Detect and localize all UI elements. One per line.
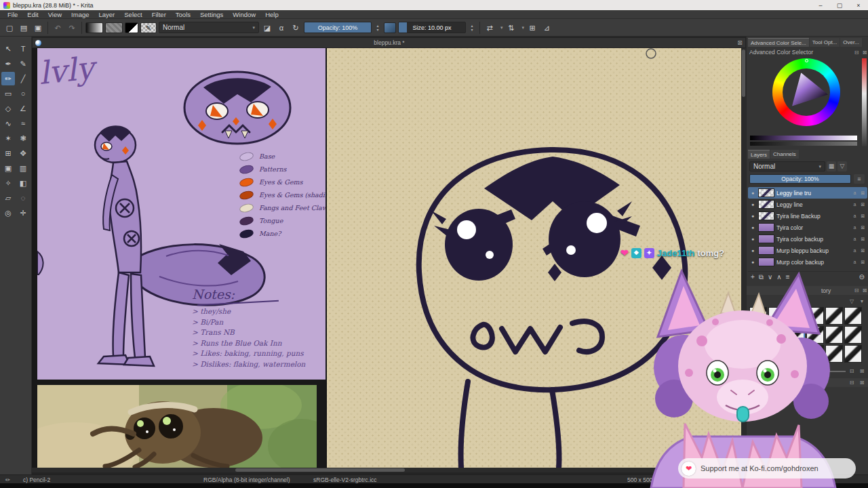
layer-row[interactable]: ● Tyira color a ⊠ xyxy=(748,222,867,233)
float-docker-icon[interactable]: ⊟ xyxy=(852,49,861,56)
inherit-alpha-icon[interactable]: ⊠ xyxy=(860,260,866,265)
brush-preset[interactable] xyxy=(844,307,862,325)
float-docker-icon[interactable]: ⊟ xyxy=(852,287,861,293)
opacity-spinner[interactable]: ▴▾ xyxy=(374,22,382,33)
menu-image[interactable]: Image xyxy=(66,11,94,18)
pan-tool[interactable]: ✛ xyxy=(16,206,30,220)
minimize-button[interactable]: – xyxy=(811,2,830,9)
freehand-brush-tool[interactable]: ✏ xyxy=(1,72,15,85)
close-docker-icon[interactable]: ⊠ xyxy=(858,380,866,386)
move-tool[interactable]: ✥ xyxy=(16,146,30,160)
preset-filter-icon[interactable]: ▽ xyxy=(848,298,856,304)
inherit-alpha-icon[interactable]: ⊠ xyxy=(860,237,866,242)
bezier-curve-tool[interactable]: ∿ xyxy=(1,117,15,130)
menu-file[interactable]: File xyxy=(3,11,22,18)
layer-filter-icon[interactable]: ▽ xyxy=(837,161,847,171)
preserve-alpha-button[interactable]: α xyxy=(275,22,288,34)
visibility-eye-icon[interactable]: ● xyxy=(749,214,756,218)
float-docker-icon[interactable]: ⊟ xyxy=(848,368,856,374)
maximize-button[interactable]: ▢ xyxy=(830,2,849,9)
alpha-lock-icon[interactable]: a xyxy=(852,202,858,207)
dynamic-brush-tool[interactable]: ✶ xyxy=(1,131,15,145)
gradient-tool[interactable]: ▥ xyxy=(16,161,30,175)
float-docker-icon[interactable]: ⊟ xyxy=(848,380,856,386)
tab-overview[interactable]: Over... xyxy=(840,38,862,47)
pattern-chooser[interactable] xyxy=(105,22,123,33)
size-spinner[interactable]: ▴▾ xyxy=(468,22,476,33)
layer-row[interactable]: ● Leggy line tru a ⊠ xyxy=(748,187,867,199)
tab-channels[interactable]: Channels xyxy=(770,150,799,159)
brush-size-slider[interactable]: Size: 10.00 px xyxy=(398,22,466,33)
kofi-support-banner[interactable]: ❤ Support me at Ko-fi.com/gohdroxen xyxy=(678,458,856,479)
document-close-icon[interactable]: ⊠ xyxy=(734,39,745,46)
layer-blending-mode-dropdown[interactable]: Normal ▾ xyxy=(749,161,825,171)
fg-bg-color-chooser[interactable] xyxy=(125,22,138,33)
visibility-eye-icon[interactable]: ● xyxy=(749,237,756,241)
color-sampler-tool[interactable]: ✧ xyxy=(1,176,15,190)
scrollbar-thumb[interactable] xyxy=(235,468,405,472)
layer-row[interactable]: ● Tyira line Backup a ⊠ xyxy=(748,210,867,222)
menu-help[interactable]: Help xyxy=(260,11,283,18)
alpha-lock-icon[interactable]: a xyxy=(852,237,858,241)
crop-tool[interactable]: ▣ xyxy=(1,161,15,175)
perspective-crop-button[interactable]: ⊿ xyxy=(540,22,553,34)
gradient-option-chip[interactable] xyxy=(384,22,396,33)
ellipse-tool[interactable]: ○ xyxy=(16,87,30,100)
open-button[interactable]: ▤ xyxy=(18,22,30,34)
inherit-alpha-icon[interactable]: ⊠ xyxy=(860,202,866,207)
layer-checker-icon[interactable]: ▦ xyxy=(827,161,836,171)
alpha-lock-icon[interactable]: a xyxy=(852,248,858,253)
menu-tools[interactable]: Tools xyxy=(171,11,195,18)
inherit-alpha-icon[interactable]: ⊠ xyxy=(860,248,866,253)
menu-edit[interactable]: Edit xyxy=(22,11,43,18)
text-tool[interactable]: T xyxy=(16,42,30,56)
opacity-slider[interactable]: Opacity: 100% xyxy=(304,22,372,33)
alpha-lock-icon[interactable]: a xyxy=(852,190,858,195)
layer-options-button[interactable]: ≡ xyxy=(854,174,865,184)
layer-opacity-slider[interactable]: Opacity: 100% xyxy=(749,174,851,184)
select-shapes-tool[interactable]: ↖ xyxy=(1,42,15,56)
visibility-eye-icon[interactable]: ● xyxy=(749,248,756,253)
tab-advanced-color-selector[interactable]: Advanced Color Sele... xyxy=(748,38,809,47)
redo-button[interactable]: ↷ xyxy=(66,22,78,34)
undo-button[interactable]: ↶ xyxy=(52,22,64,34)
polygon-tool[interactable]: ◇ xyxy=(1,102,15,115)
menu-select[interactable]: Select xyxy=(119,11,146,18)
blending-mode-dropdown[interactable]: Normal ▾ xyxy=(159,22,259,33)
freehand-path-tool[interactable]: ≈ xyxy=(16,117,30,130)
polyline-tool[interactable]: ∠ xyxy=(16,102,30,115)
save-button[interactable]: ▣ xyxy=(32,22,44,34)
rectangle-tool[interactable]: ▭ xyxy=(1,87,15,100)
menu-filter[interactable]: Filter xyxy=(147,11,171,18)
fill-tool[interactable]: ◧ xyxy=(16,176,30,190)
gradient-chooser[interactable] xyxy=(85,22,103,33)
secondary-gradient-bar[interactable] xyxy=(750,142,857,146)
visibility-eye-icon[interactable]: ● xyxy=(749,225,756,230)
menu-window[interactable]: Window xyxy=(228,11,260,18)
mirror-horizontal-button[interactable]: ⇄ xyxy=(484,22,496,34)
tab-layers[interactable]: Layers xyxy=(748,150,770,159)
transform-tool[interactable]: ⊞ xyxy=(1,146,15,160)
eraser-mode-button[interactable]: ◪ xyxy=(261,22,273,34)
elliptical-selection-tool[interactable]: ◌ xyxy=(16,191,30,205)
rectangular-selection-tool[interactable]: ▱ xyxy=(1,191,15,205)
close-docker-icon[interactable]: ⊠ xyxy=(861,287,868,293)
close-docker-icon[interactable]: ⊠ xyxy=(858,368,866,374)
multibrush-tool[interactable]: ❃ xyxy=(16,131,30,145)
close-docker-icon[interactable]: ⊠ xyxy=(861,49,868,56)
new-document-button[interactable]: ▢ xyxy=(3,22,16,34)
chevron-down-icon[interactable]: ▾ xyxy=(858,298,866,304)
mirror-vertical-button[interactable]: ⇅ xyxy=(505,22,517,34)
edit-shapes-tool[interactable]: ✒ xyxy=(1,57,15,70)
vertical-color-slider[interactable] xyxy=(862,58,867,146)
chevron-down-icon[interactable]: ▾ xyxy=(522,25,525,30)
close-button[interactable]: × xyxy=(849,2,868,9)
layer-row[interactable]: ● Murp bleppu backup a ⊠ xyxy=(748,245,867,256)
brush-preset[interactable] xyxy=(844,345,862,363)
visibility-eye-icon[interactable]: ● xyxy=(749,260,756,264)
alpha-lock-icon[interactable]: a xyxy=(852,225,858,230)
brush-editor-button[interactable]: ✎ xyxy=(140,22,157,33)
line-tool[interactable]: ╱ xyxy=(16,72,30,85)
reload-preset-button[interactable]: ↻ xyxy=(290,22,302,34)
chevron-down-icon[interactable]: ▾ xyxy=(500,25,503,30)
